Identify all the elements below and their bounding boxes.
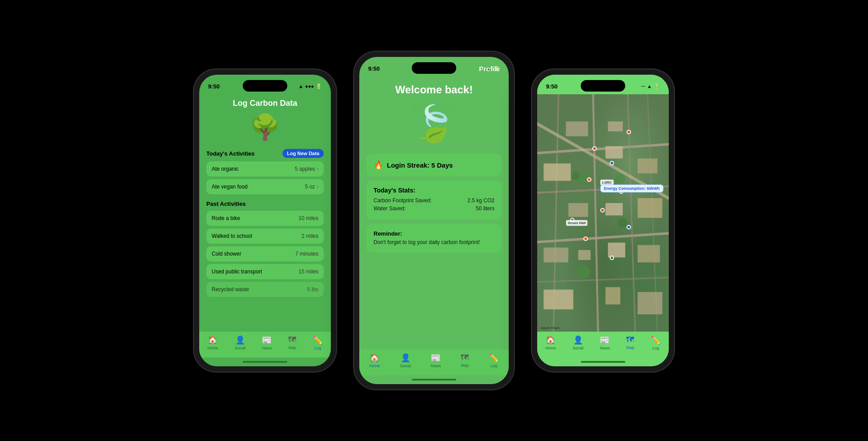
chevron-icon: › xyxy=(317,184,318,189)
tab-news[interactable]: 📰 News xyxy=(600,335,610,350)
gross-hall-label: Gross Hall xyxy=(566,220,587,226)
past-activity-4[interactable]: Used public transport 15 miles xyxy=(206,264,324,279)
tab-home[interactable]: 🏠 Home xyxy=(545,335,556,350)
map-area[interactable]: LSRC Energy Consumption: 50kWh Gross Hal… xyxy=(537,94,669,332)
battery-icon: 🔋 xyxy=(316,84,322,89)
tab-social[interactable]: 👤 Social xyxy=(572,335,583,350)
svg-rect-22 xyxy=(606,287,620,305)
activity-value: 5 lbs xyxy=(307,286,318,293)
reminder-card: Reminder: Don't forget to log your daily… xyxy=(366,224,502,253)
tab-log-label: Log xyxy=(652,346,659,350)
activity-name: Walked to school xyxy=(212,233,252,239)
today-activity-2[interactable]: Ate vegan food 5 oz › xyxy=(206,179,324,194)
status-icons: ▲ ●●● 🔋 xyxy=(298,84,322,89)
svg-rect-13 xyxy=(544,164,571,181)
home-indicator xyxy=(537,357,669,366)
tab-bar: 🏠 Home 👤 Social 📰 News 🗺 Map ✏️ Log xyxy=(537,332,669,357)
svg-rect-9 xyxy=(606,146,623,159)
news-icon: 📰 xyxy=(262,335,272,345)
tab-news[interactable]: 📰 News xyxy=(431,353,441,368)
map-pin-orange-2[interactable] xyxy=(583,237,588,241)
past-section-header: Past Activities xyxy=(206,200,324,207)
leaf-icon: 🍃 xyxy=(366,103,502,145)
svg-rect-23 xyxy=(638,292,663,314)
streak-text: Login Streak: 5 Days xyxy=(387,161,453,169)
map-pin-blue-2[interactable] xyxy=(627,225,631,229)
tab-social-label: Social xyxy=(400,364,411,368)
past-activity-5[interactable]: Recycled waste 5 lbs xyxy=(206,282,324,297)
tab-social-label: Social xyxy=(234,346,245,350)
log-title: Log Carbon Data xyxy=(206,99,324,108)
tab-map[interactable]: 🗺 Map xyxy=(461,353,469,368)
map-content[interactable]: LSRC Energy Consumption: 50kWh Gross Hal… xyxy=(537,94,669,332)
tab-map-label: Map xyxy=(289,345,297,350)
activity-value: 2 miles xyxy=(301,233,318,239)
tab-map[interactable]: 🗺 Map xyxy=(288,335,296,350)
log-new-data-button[interactable]: Log New Data xyxy=(282,149,324,158)
wifi-icon: ▲ xyxy=(298,84,303,89)
tab-log[interactable]: ✏️ Log xyxy=(489,353,498,368)
log-icon: ✏️ xyxy=(313,335,322,345)
tab-home-label: Home xyxy=(545,346,556,350)
energy-tooltip: Energy Consumption: 50kWh xyxy=(600,184,663,192)
svg-rect-18 xyxy=(578,250,591,260)
activity-name: Rode a bike xyxy=(212,215,240,221)
welcome-section: Welcome back! 🍃 xyxy=(366,76,502,154)
streak-row: 🔥 Login Streak: 5 Days xyxy=(374,160,494,170)
log-icon: ✏️ xyxy=(651,335,660,345)
log-icon: ✏️ xyxy=(489,353,498,363)
stat-value-2: 50 liters xyxy=(476,205,494,212)
activity-name: Cold shower xyxy=(212,251,241,257)
map-pin-green-2[interactable] xyxy=(610,256,614,260)
past-section: Past Activities Rode a bike 10 miles Wal… xyxy=(206,200,324,300)
home-indicator xyxy=(359,375,509,384)
svg-point-25 xyxy=(572,172,580,180)
svg-rect-17 xyxy=(544,248,569,262)
today-section-header: Today's Activities Log New Data xyxy=(206,149,324,158)
tab-log[interactable]: ✏️ Log xyxy=(313,335,322,350)
log-content: Log Carbon Data 🌳 Today's Activities Log… xyxy=(199,94,331,332)
social-icon: 👤 xyxy=(401,353,410,363)
home-indicator-bar xyxy=(412,379,456,381)
past-activity-2[interactable]: Walked to school 2 miles xyxy=(206,229,324,244)
phone-log: 9:50 ▲ ●●● 🔋 Log Carbon Data 🌳 Today's A… xyxy=(194,69,336,372)
activity-name: Ate vegan food xyxy=(212,184,248,190)
tab-news[interactable]: 📰 News xyxy=(262,335,272,350)
status-icons: ··· ▲ 🔋 xyxy=(641,84,660,89)
tab-map[interactable]: 🗺 Map xyxy=(626,335,634,350)
stats-card: Today's Stats: Carbon Footprint Saved: 2… xyxy=(366,180,502,220)
stats-title: Today's Stats: xyxy=(374,187,494,194)
chevron-icon: › xyxy=(317,166,318,172)
tree-icon: 🌳 xyxy=(206,112,324,142)
tab-social[interactable]: 👤 Social xyxy=(400,353,411,368)
activity-value: 7 minutes xyxy=(295,251,318,257)
dynamic-island xyxy=(581,80,625,92)
home-indicator-bar xyxy=(581,361,625,363)
streak-card: 🔥 Login Streak: 5 Days xyxy=(366,154,502,176)
home-icon: 🏠 xyxy=(208,335,217,345)
signal-icon: ··· xyxy=(641,84,645,89)
tab-social[interactable]: 👤 Social xyxy=(234,335,245,350)
tab-log-label: Log xyxy=(314,346,321,350)
status-time: 9:50 xyxy=(208,83,220,90)
svg-rect-19 xyxy=(608,243,625,257)
activity-value: 5 oz › xyxy=(305,184,318,190)
home-content: Welcome back! 🍃 🔥 Login Streak: 5 Days T… xyxy=(359,76,509,349)
past-activity-1[interactable]: Rode a bike 10 miles xyxy=(206,211,324,226)
tab-map-label: Map xyxy=(461,363,469,368)
map-pin-blue-1[interactable] xyxy=(610,161,614,165)
svg-line-3 xyxy=(593,94,598,332)
activity-name: Recycled waste xyxy=(212,286,249,293)
svg-rect-21 xyxy=(544,289,574,309)
tab-home[interactable]: 🏠 Home xyxy=(369,353,380,368)
welcome-text: Welcome back! xyxy=(366,84,502,96)
today-activity-1[interactable]: Ate organic 5 apples › xyxy=(206,161,324,176)
map-icon: 🗺 xyxy=(288,335,296,345)
tab-home[interactable]: 🏠 Home xyxy=(207,335,218,350)
past-activity-3[interactable]: Cold shower 7 minutes xyxy=(206,246,324,261)
tab-social-label: Social xyxy=(572,346,583,350)
signal-icon: ●●● xyxy=(305,84,314,89)
svg-line-2 xyxy=(537,233,669,243)
today-section-title: Today's Activities xyxy=(206,150,255,157)
tab-log[interactable]: ✏️ Log xyxy=(651,335,660,350)
